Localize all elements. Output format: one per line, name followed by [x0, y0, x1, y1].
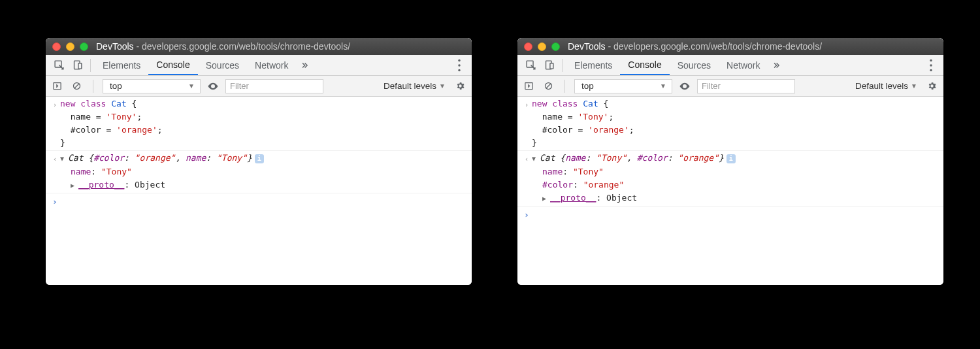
prompt-chevron-icon: ›	[521, 207, 532, 222]
output-chevron-icon: ‹	[521, 152, 532, 205]
output-chevron-icon: ‹	[50, 152, 60, 192]
window-title-sep: -	[606, 41, 613, 52]
window-title-sep: -	[134, 41, 142, 52]
devtools-window-left: DevTools - developers.google.com/web/too…	[46, 38, 472, 285]
expand-triangle-icon[interactable]: ▼	[60, 152, 68, 165]
tab-network[interactable]: Network	[247, 55, 296, 75]
console-toolbar: top ▼ Filter Default levels ▼	[517, 76, 943, 97]
filter-placeholder: Filter	[702, 81, 721, 91]
console-input-row: › new class Cat { name = 'Tony'; #color …	[46, 97, 472, 151]
maximize-icon[interactable]	[80, 42, 88, 51]
filter-placeholder: Filter	[230, 81, 249, 91]
context-select[interactable]: top ▼	[103, 79, 201, 93]
console-output-row: ‹ ▼Cat {#color: "orange", name: "Tony"}i…	[46, 151, 472, 193]
tab-elements[interactable]: Elements	[566, 55, 620, 75]
context-select[interactable]: top ▼	[574, 79, 672, 93]
code-block: new class Cat { name = 'Tony'; #color = …	[532, 97, 939, 150]
maximize-icon[interactable]	[551, 42, 560, 51]
code-block: new class Cat { name = 'Tony'; #color = …	[60, 97, 468, 150]
more-tabs-icon[interactable]	[296, 56, 313, 75]
svg-point-5	[458, 69, 460, 71]
output-block[interactable]: ▼Cat {name: "Tony", #color: "orange"}i n…	[532, 152, 939, 205]
sidebar-toggle-icon[interactable]	[521, 79, 536, 93]
kebab-menu-icon[interactable]	[923, 56, 939, 75]
info-badge-icon[interactable]: i	[727, 154, 736, 163]
tab-sources[interactable]: Sources	[198, 55, 247, 75]
context-value: top	[110, 81, 122, 91]
svg-rect-10	[549, 63, 553, 69]
device-toggle-icon[interactable]	[68, 56, 86, 75]
minimize-icon[interactable]	[66, 42, 74, 51]
device-toggle-icon[interactable]	[540, 56, 558, 75]
svg-point-11	[930, 59, 932, 61]
log-levels-select[interactable]: Default levels ▼	[380, 79, 447, 93]
svg-rect-2	[78, 63, 81, 69]
window-title-url: developers.google.com/web/tools/chrome-d…	[613, 41, 822, 52]
svg-point-4	[458, 64, 460, 66]
prompt-chevron-icon: ›	[50, 194, 60, 208]
info-badge-icon[interactable]: i	[255, 154, 264, 163]
live-expression-icon[interactable]	[206, 79, 220, 93]
window-title-app: DevTools	[568, 41, 606, 52]
expand-triangle-icon[interactable]: ▶	[71, 179, 78, 192]
console-body[interactable]: › new class Cat { name = 'Tony'; #color …	[46, 97, 472, 285]
tabstrip: Elements Console Sources Network	[46, 55, 472, 76]
dropdown-triangle-icon: ▼	[188, 82, 195, 90]
console-prompt-row[interactable]: ›	[46, 193, 472, 209]
close-icon[interactable]	[52, 42, 61, 51]
output-block[interactable]: ▼Cat {#color: "orange", name: "Tony"}i n…	[60, 152, 468, 192]
dropdown-triangle-icon: ▼	[911, 82, 917, 90]
minimize-icon[interactable]	[538, 42, 546, 51]
input-chevron-icon: ›	[50, 97, 60, 150]
titlebar[interactable]: DevTools - developers.google.com/web/too…	[517, 38, 943, 55]
window-title-app: DevTools	[96, 41, 134, 52]
tab-network[interactable]: Network	[719, 55, 768, 75]
tab-console[interactable]: Console	[148, 55, 197, 75]
console-body[interactable]: › new class Cat { name = 'Tony'; #color …	[517, 97, 943, 285]
devtools-window-right: DevTools - developers.google.com/web/too…	[517, 38, 943, 285]
filter-input[interactable]: Filter	[225, 79, 323, 93]
svg-point-3	[458, 59, 460, 61]
svg-point-13	[930, 69, 932, 71]
inspect-icon[interactable]	[521, 56, 540, 75]
titlebar[interactable]: DevTools - developers.google.com/web/too…	[46, 38, 472, 55]
tab-elements[interactable]: Elements	[95, 55, 148, 75]
gear-icon[interactable]	[452, 79, 468, 93]
kebab-menu-icon[interactable]	[451, 56, 468, 75]
clear-console-icon[interactable]	[541, 79, 555, 93]
close-icon[interactable]	[524, 42, 532, 51]
expand-triangle-icon[interactable]: ▼	[532, 152, 540, 165]
more-tabs-icon[interactable]	[768, 56, 785, 75]
console-prompt-row[interactable]: ›	[517, 207, 943, 222]
input-chevron-icon: ›	[521, 97, 532, 150]
inspect-icon[interactable]	[50, 56, 68, 75]
clear-console-icon[interactable]	[69, 79, 84, 93]
filter-input[interactable]: Filter	[697, 79, 795, 93]
tabstrip: Elements Console Sources Network	[517, 55, 943, 76]
dropdown-triangle-icon: ▼	[660, 82, 666, 90]
tab-sources[interactable]: Sources	[670, 55, 719, 75]
console-output-row: ‹ ▼Cat {name: "Tony", #color: "orange"}i…	[517, 151, 943, 207]
expand-triangle-icon[interactable]: ▶	[542, 192, 550, 205]
context-value: top	[581, 81, 594, 91]
tab-console[interactable]: Console	[620, 55, 669, 75]
sidebar-toggle-icon[interactable]	[50, 79, 64, 93]
gear-icon[interactable]	[924, 79, 939, 93]
window-title-url: developers.google.com/web/tools/chrome-d…	[142, 41, 350, 52]
console-toolbar: top ▼ Filter Default levels ▼	[46, 76, 472, 97]
console-input-row: › new class Cat { name = 'Tony'; #color …	[517, 97, 943, 151]
dropdown-triangle-icon: ▼	[439, 82, 446, 90]
live-expression-icon[interactable]	[678, 79, 692, 93]
svg-point-12	[930, 64, 932, 66]
log-levels-select[interactable]: Default levels ▼	[851, 79, 919, 93]
